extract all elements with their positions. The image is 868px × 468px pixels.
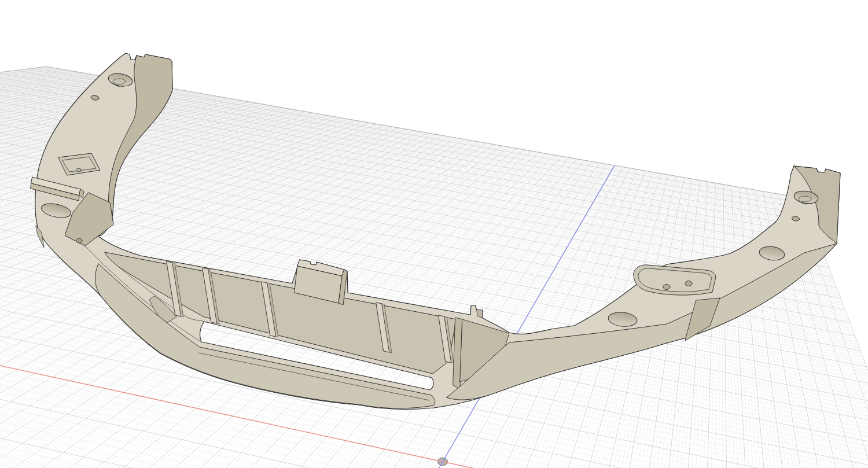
cad-scene-svg (0, 0, 868, 468)
right-counterbore-inner (799, 196, 811, 202)
right-pocket-hole[interactable] (663, 285, 670, 290)
elbow-pocket-bump (76, 168, 81, 172)
left-counterbore-inner (113, 79, 126, 84)
right-pocket-hole[interactable] (685, 281, 692, 286)
cad-viewport-canvas[interactable] (0, 0, 868, 468)
left-chamfer-notch-hole[interactable] (76, 238, 82, 243)
